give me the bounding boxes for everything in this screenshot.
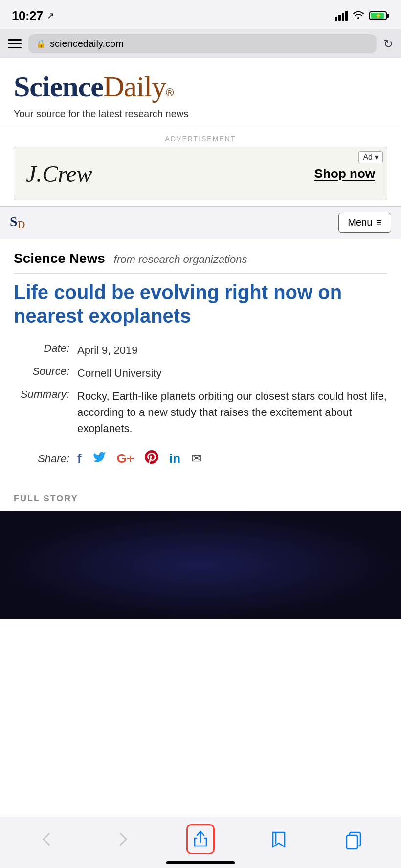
reload-button[interactable]: ↺ (383, 37, 393, 51)
sticky-nav: SD Menu ≡ (0, 206, 401, 239)
linkedin-share-icon[interactable]: in (169, 451, 180, 466)
logo-daily: Daily (103, 70, 166, 104)
meta-row-summary: Summary: Rocky, Earth-like planets orbit… (14, 388, 387, 436)
share-row: Share: f G+ in ✉ (14, 450, 387, 467)
meta-row-date: Date: April 9, 2019 (14, 342, 387, 358)
email-share-icon[interactable]: ✉ (191, 451, 202, 466)
article-image (0, 511, 401, 619)
full-story-label: FULL STORY (0, 494, 401, 511)
article-category: Science News from research organizations (14, 251, 387, 274)
pinterest-share-icon[interactable] (145, 450, 158, 467)
article-title: Life could be evolving right now on near… (14, 281, 387, 327)
date-label: Date: (14, 342, 77, 358)
share-button[interactable] (186, 824, 215, 854)
status-bar: 10:27 ↗ ⚡ (0, 0, 401, 29)
sd-logo-small: SD (10, 214, 25, 231)
home-indicator (166, 861, 235, 864)
twitter-share-icon[interactable] (92, 450, 106, 467)
summary-label: Summary: (14, 388, 77, 436)
menu-button[interactable]: Menu ≡ (338, 213, 391, 233)
browser-bar: 🔒 sciencedaily.com ↺ (0, 29, 401, 58)
chevron-down-icon: ▾ (375, 152, 379, 162)
svg-rect-3 (347, 835, 357, 849)
ad-badge: Ad ▾ (358, 151, 383, 163)
location-icon: ↗ (47, 10, 54, 21)
hamburger-menu-icon[interactable] (8, 39, 22, 48)
ad-label: ADVERTISEMENT (14, 135, 387, 143)
signal-bars (335, 11, 348, 21)
site-logo: ScienceDaily® (14, 70, 387, 104)
facebook-share-icon[interactable]: f (77, 451, 82, 466)
status-time: 10:27 (12, 8, 43, 23)
category-label: Science News (14, 251, 105, 266)
site-tagline: Your source for the latest research news (14, 108, 387, 120)
url-bar[interactable]: 🔒 sciencedaily.com (28, 34, 377, 53)
bottom-browser-bar (0, 817, 401, 868)
date-value: April 9, 2019 (77, 342, 387, 358)
battery-icon: ⚡ (369, 11, 389, 20)
meta-row-source: Source: Cornell University (14, 365, 387, 381)
ad-brand: J.Crew (26, 160, 92, 187)
status-icons: ⚡ (335, 10, 389, 22)
wifi-icon (353, 10, 364, 22)
googleplus-share-icon[interactable]: G+ (117, 451, 134, 466)
site-header: ScienceDaily® Your source for the latest… (0, 58, 401, 129)
tabs-button[interactable] (343, 828, 364, 850)
menu-lines-icon: ≡ (376, 217, 382, 228)
ad-banner[interactable]: J.Crew Shop now Ad ▾ (14, 147, 387, 200)
category-sub: from research organizations (114, 253, 247, 266)
meta-table: Date: April 9, 2019 Source: Cornell Univ… (14, 342, 387, 436)
share-label: Share: (14, 453, 77, 465)
ad-section: ADVERTISEMENT J.Crew Shop now Ad ▾ (0, 129, 401, 206)
logo-science: Science (14, 70, 103, 104)
summary-value: Rocky, Earth-like planets orbiting our c… (77, 388, 387, 436)
logo-reg: ® (166, 87, 174, 99)
source-value: Cornell University (77, 365, 387, 381)
share-icons: f G+ in ✉ (77, 450, 202, 467)
url-text: sciencedaily.com (50, 38, 124, 49)
back-button[interactable] (37, 828, 58, 850)
source-label: Source: (14, 365, 77, 381)
article-area: Science News from research organizations… (0, 239, 401, 494)
ad-cta: Shop now (314, 166, 375, 181)
lock-icon: 🔒 (36, 39, 46, 48)
bookmarks-button[interactable] (268, 828, 290, 850)
forward-button[interactable] (111, 828, 133, 850)
